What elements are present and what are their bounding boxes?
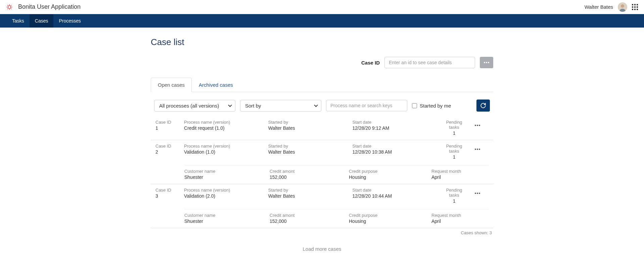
col-label-process: Process name (version): [184, 120, 262, 125]
svg-point-0: [8, 5, 11, 8]
svg-rect-4: [634, 4, 636, 5]
credit-amount-value: 152,000: [270, 174, 342, 180]
apps-grid-icon[interactable]: [632, 4, 638, 10]
svg-rect-3: [632, 4, 633, 5]
case-row: Case ID 3 Process name (version) Validat…: [151, 184, 493, 228]
case-row: Case ID 1 Process name (version) Credit …: [151, 116, 493, 140]
detail-label-credit-purpose: Credit purpose: [349, 169, 425, 174]
main-nav: Tasks Cases Processes: [0, 14, 644, 28]
detail-label-request-month: Request month: [431, 169, 465, 174]
avatar[interactable]: [618, 2, 627, 12]
started-by-me-input[interactable]: [412, 103, 417, 108]
case-id-input[interactable]: [384, 57, 475, 68]
svg-point-12: [484, 62, 485, 63]
row-actions-button[interactable]: [473, 191, 482, 195]
case-tabs: Open cases Archived cases: [151, 78, 493, 92]
detail-label-customer: Customer name: [184, 213, 263, 218]
col-label-start-date: Start date: [353, 120, 435, 125]
detail-label-credit-purpose: Credit purpose: [349, 213, 425, 218]
credit-purpose-value: Housing: [349, 218, 425, 224]
svg-point-18: [475, 149, 476, 150]
detail-label-request-month: Request month: [431, 213, 465, 218]
started-by-me-label: Started by me: [420, 103, 451, 109]
process-value: Validation (1.0): [184, 149, 262, 155]
svg-point-23: [479, 193, 480, 194]
col-label-started-by: Started by: [268, 188, 346, 193]
started-by-value: Walter Bates: [268, 193, 346, 199]
nav-processes[interactable]: Processes: [53, 14, 86, 28]
pending-value: 1: [442, 130, 466, 136]
pending-value: 1: [442, 154, 466, 160]
pending-value: 1: [442, 198, 466, 204]
case-id-value: 3: [155, 193, 177, 199]
col-label-pending: Pending tasks: [442, 144, 466, 154]
started-by-me-checkbox[interactable]: Started by me: [412, 103, 451, 109]
case-id-value: 2: [155, 149, 177, 155]
svg-rect-6: [632, 6, 633, 8]
col-label-pending: Pending tasks: [442, 188, 466, 198]
svg-point-20: [479, 149, 480, 150]
request-month-value: April: [431, 174, 465, 180]
started-by-value: Walter Bates: [268, 125, 346, 131]
tab-open-cases[interactable]: Open cases: [151, 78, 192, 92]
bonita-logo-icon: [6, 4, 13, 10]
process-filter-select[interactable]: All processes (all versions): [154, 100, 235, 112]
start-date-value: 12/28/20 9:12 AM: [353, 125, 435, 131]
tab-archived-cases[interactable]: Archived cases: [192, 78, 240, 92]
col-label-case-id: Case ID: [155, 144, 177, 149]
svg-rect-7: [634, 6, 636, 8]
app-title: Bonita User Application: [18, 3, 81, 10]
refresh-button[interactable]: [476, 99, 490, 112]
detail-label-credit-amount: Credit amont: [270, 169, 342, 174]
col-label-case-id: Case ID: [155, 120, 177, 125]
process-value: Credit request (1.0): [184, 125, 262, 131]
load-more-button[interactable]: Load more cases: [151, 246, 493, 252]
row-actions-button[interactable]: [473, 147, 482, 151]
svg-rect-8: [637, 6, 638, 8]
nav-tasks[interactable]: Tasks: [7, 14, 30, 28]
search-input[interactable]: [326, 100, 407, 111]
cases-shown-count: Cases shown: 3: [151, 228, 493, 235]
case-list: Case ID 1 Process name (version) Credit …: [151, 116, 493, 228]
col-label-process: Process name (version): [184, 188, 262, 193]
nav-cases[interactable]: Cases: [30, 14, 54, 28]
svg-rect-9: [632, 9, 633, 10]
col-label-start-date: Start date: [353, 144, 435, 149]
customer-value: Shuester: [184, 218, 263, 224]
request-month-value: April: [431, 218, 465, 224]
page-title: Case list: [151, 37, 493, 47]
svg-point-15: [475, 125, 476, 126]
detail-label-credit-amount: Credit amont: [270, 213, 342, 218]
svg-point-21: [475, 193, 476, 194]
process-value: Validation (2.0): [184, 193, 262, 199]
svg-point-17: [479, 125, 480, 126]
case-row: Case ID 2 Process name (version) Validat…: [151, 140, 493, 184]
credit-purpose-value: Housing: [349, 174, 425, 180]
svg-point-22: [477, 193, 478, 194]
svg-point-16: [477, 125, 478, 126]
col-label-case-id: Case ID: [155, 188, 177, 193]
svg-point-19: [477, 149, 478, 150]
svg-rect-11: [637, 9, 638, 10]
svg-point-2: [621, 4, 624, 8]
case-id-label: Case ID: [361, 60, 380, 66]
col-label-process: Process name (version): [184, 144, 262, 149]
case-id-value: 1: [155, 125, 177, 131]
svg-point-13: [486, 62, 487, 63]
user-name[interactable]: Walter Bates: [585, 4, 613, 10]
detail-label-customer: Customer name: [184, 169, 263, 174]
svg-point-14: [488, 62, 489, 63]
svg-rect-5: [637, 4, 638, 5]
start-date-value: 12/28/20 10:38 AM: [353, 149, 435, 155]
start-date-value: 12/28/20 10:44 AM: [353, 193, 435, 199]
app-header: Bonita User Application Walter Bates: [0, 0, 644, 14]
col-label-started-by: Started by: [268, 144, 346, 149]
col-label-start-date: Start date: [353, 188, 435, 193]
sort-select[interactable]: Sort by: [240, 100, 321, 112]
started-by-value: Walter Bates: [268, 149, 346, 155]
svg-rect-10: [634, 9, 636, 10]
row-actions-button[interactable]: [473, 123, 482, 127]
case-id-more-button[interactable]: [480, 57, 493, 68]
col-label-pending: Pending tasks: [442, 120, 466, 130]
customer-value: Shuester: [184, 174, 263, 180]
